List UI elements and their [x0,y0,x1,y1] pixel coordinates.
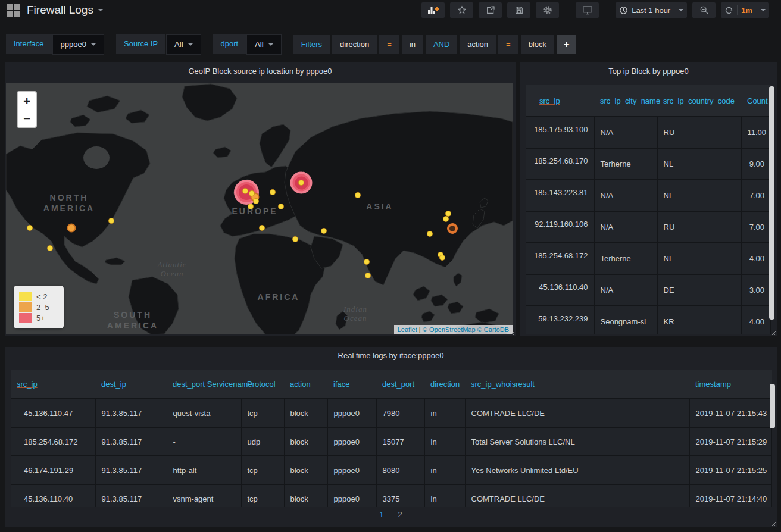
cell-direction: in [424,427,465,456]
cell-count: 7.00 [741,180,771,211]
cell-count: 4.00 [741,243,771,274]
filter-key[interactable]: action [460,35,496,54]
openstreetmap-link[interactable]: © OpenStreetMap [423,326,476,333]
filter-operator[interactable]: = [498,35,518,54]
dport-select[interactable]: All [246,34,281,55]
share-button[interactable] [479,2,502,18]
cell-count: 11.00 [741,117,771,148]
column-header-protocol[interactable]: Protocol [241,370,284,399]
realtime-logs-panel: Real time logs by iface:pppoe0 src_ip de… [5,347,777,527]
legend-swatch-yellow [19,292,32,301]
refresh-button[interactable]: 1m [721,2,769,18]
variable-dport: dport All [213,34,282,55]
cell-whois: COMTRADE LLC/DE [465,484,689,507]
nav-left: Firewall Logs [0,4,103,17]
settings-button[interactable] [536,2,559,18]
save-button[interactable] [507,2,530,18]
map-marker-small [108,218,114,224]
panel-title[interactable]: Top ip Block by pppoe0 [520,62,777,82]
panel-resize-handle[interactable] [770,521,776,526]
cell-timestamp: 2019-11-07 21:15:25 [689,456,772,484]
filter-key[interactable]: direction [332,35,377,54]
filter-value[interactable]: in [402,35,423,54]
map-legend: < 2 2–5 5+ [14,286,64,328]
panel-resize-handle[interactable] [770,330,776,335]
filter-value[interactable]: block [521,35,554,54]
filter-operator[interactable]: = [379,35,399,54]
cell-src-ip: 45.136.110.40 [526,274,594,306]
interface-select[interactable]: pppoe0 [52,34,104,55]
save-icon [514,5,524,15]
cell-iface: pppoe0 [327,427,376,456]
cell-dest-port: 7980 [376,399,424,427]
world-map[interactable]: NORTHAMERICAEUROPEASIAAFRICASOUTHAMERICA… [6,83,513,334]
cell-country: DE [657,274,741,306]
map-marker-small [443,216,449,222]
table-header-row: src_ip src_ip_city_name src_ip_country_c… [526,85,771,117]
column-header-direction[interactable]: direction [424,370,465,399]
column-header-servicename[interactable]: dest_port Servicename [167,370,241,399]
cell-whois: Total Server Solutions LLC/NL [465,427,689,456]
add-filter-button[interactable]: + [557,35,576,54]
table-row: 92.119.160.106N/ARU7.00 [526,211,771,243]
column-header-city[interactable]: src_ip_city_name [594,85,657,117]
add-panel-icon [427,5,439,15]
cell-city: Terherne [594,243,657,274]
column-header-whois[interactable]: src_ip_whoisresult [465,370,689,399]
source-ip-value: All [174,40,183,49]
map-zoom-control: + − [17,91,37,128]
cell-city: Terherne [594,148,657,180]
cell-service: - [167,427,241,456]
top-ip-table: src_ip src_ip_city_name src_ip_country_c… [526,85,771,334]
column-header-src-ip[interactable]: src_ip [539,96,560,105]
column-header-dest-port[interactable]: dest_port [376,370,424,399]
leaflet-link[interactable]: Leaflet [398,326,417,333]
interface-label: Interface [6,34,52,54]
column-header-iface[interactable]: iface [327,370,376,399]
star-button[interactable] [450,2,473,18]
column-header-country[interactable]: src_ip_country_code [657,85,741,117]
table-row: 185.143.223.81N/ANL7.00 [526,180,771,211]
top-ip-block-panel: Top ip Block by pppoe0 src_ip src_ip_cit… [520,62,777,336]
cell-iface: pppoe0 [327,399,376,427]
map-marker-small [427,231,433,237]
nav-toolbar: Last 1 hour 1m [421,2,781,18]
column-header-dest-ip[interactable]: dest_ip [95,370,167,399]
panel-title[interactable]: Real time logs by iface:pppoe0 [5,347,777,366]
world-map-tiles [6,83,513,334]
dashboard-title-button[interactable]: Firewall Logs [27,4,103,17]
star-icon [457,5,467,15]
map-marker-small [439,255,445,261]
cell-src-ip: 45.136.110.47 [11,399,95,427]
dashboards-grid-icon[interactable] [7,4,20,17]
column-header-timestamp[interactable]: timestamp [689,370,772,399]
column-header-count[interactable]: Count [741,85,771,117]
cell-city: Seongnam-si [594,306,657,334]
cell-timestamp: 2019-11-07 21:15:43 [689,399,772,427]
zoom-in-button[interactable]: + [18,92,36,109]
filter-condition[interactable]: AND [426,35,457,54]
map-marker-small [321,228,327,234]
chevron-down-icon [98,9,103,14]
cycle-view-button[interactable] [576,2,599,18]
page-1-button[interactable]: 1 [379,510,383,519]
vertical-scrollbar[interactable] [769,86,774,320]
divider [737,5,738,15]
column-header-action[interactable]: action [284,370,327,399]
source-ip-select[interactable]: All [166,34,201,55]
cartodb-link[interactable]: © CartoDB [477,326,509,333]
page-2-button[interactable]: 2 [398,510,402,519]
legend-row: < 2 [19,292,58,301]
legend-label: 2–5 [36,303,49,312]
vertical-scrollbar[interactable] [770,384,775,428]
zoom-out-button[interactable]: − [18,109,36,127]
column-header-src-ip[interactable]: src_ip [17,380,38,389]
zoom-out-button[interactable] [692,2,716,18]
navbar: Firewall Logs [0,0,781,20]
cell-dest-port: 15077 [376,427,424,456]
time-range-button[interactable]: Last 1 hour [616,2,687,18]
panel-title[interactable]: GeoIP Block source ip location by pppoe0 [5,62,516,82]
cell-action: block [284,456,327,484]
add-panel-button[interactable] [421,2,445,18]
cell-src-ip: 185.175.93.100 [526,117,594,148]
